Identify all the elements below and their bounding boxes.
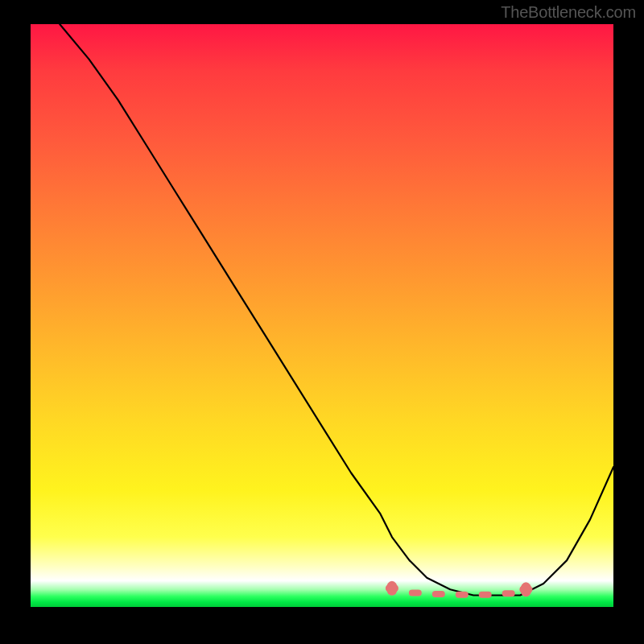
optimal-marker bbox=[409, 590, 422, 597]
optimal-marker bbox=[502, 590, 515, 597]
plot-area bbox=[31, 24, 613, 607]
optimal-markers bbox=[386, 581, 533, 598]
optimal-marker bbox=[479, 592, 492, 598]
chart-container: TheBottleneck.com bbox=[0, 0, 644, 644]
optimal-marker-cap bbox=[386, 581, 398, 596]
watermark-text: TheBottleneck.com bbox=[501, 3, 636, 22]
optimal-marker-cap bbox=[520, 582, 531, 597]
chart-svg bbox=[31, 24, 613, 607]
bottleneck-curve bbox=[60, 24, 613, 596]
optimal-marker bbox=[432, 591, 445, 597]
optimal-marker bbox=[456, 592, 469, 598]
